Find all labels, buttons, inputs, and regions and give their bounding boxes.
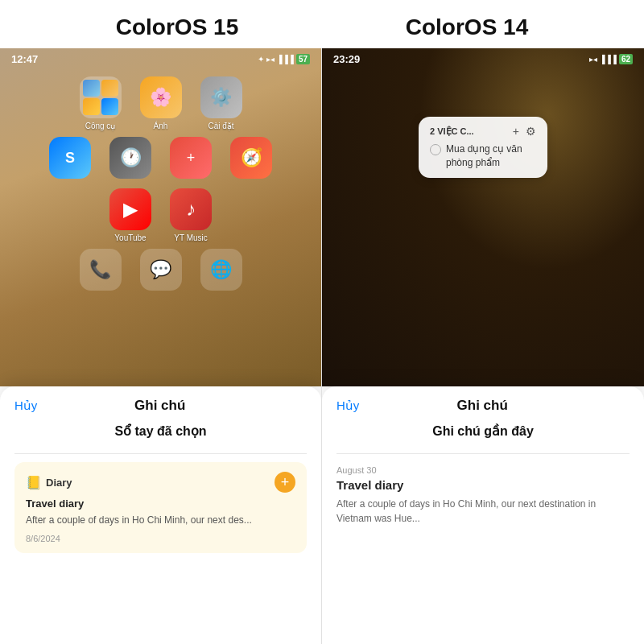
os15-diary-label: 📒 Diary — [26, 475, 72, 490]
wifi-icon: ▸◂ — [266, 55, 275, 64]
app-youtube[interactable]: ▶ YouTube — [105, 188, 157, 242]
os15-title: ColorOS 15 — [32, 14, 322, 40]
app-clock[interactable]: 🕐 — [105, 137, 157, 182]
wifi-icon-14: ▸◂ — [589, 55, 597, 64]
os14-note-date: August 30 — [336, 465, 630, 475]
os14-time: 23:29 — [333, 53, 360, 65]
app-ytmusic[interactable]: ♪ YT Music — [165, 188, 217, 242]
todo-settings-icon[interactable]: ⚙ — [526, 125, 536, 138]
app-shazam-icon: S — [49, 137, 91, 179]
bluetooth-icon: ✦ — [258, 55, 264, 64]
dock-icon-3-img: 🌐 — [200, 249, 242, 291]
dock-icon-2[interactable]: 💬 — [134, 249, 187, 291]
app-anh-label: Ánh — [154, 122, 168, 130]
dock-icon-1-img: 📞 — [80, 249, 122, 291]
os14-sheet-header: Hủy Ghi chú — [336, 398, 630, 414]
os14-panel: 23:29 ▸◂ ▐▐▐ 62 2 VIỆC C... + ⚙ — [322, 48, 644, 644]
todo-widget-title: 2 VIỆC C... — [430, 126, 474, 137]
todo-widget-actions: + ⚙ — [513, 125, 536, 138]
os14-note-card[interactable]: August 30 Travel diary After a couple of… — [336, 462, 630, 529]
app-health[interactable]: + — [165, 137, 217, 182]
folder-cong-cu-label: Công cụ — [85, 122, 116, 130]
app-anh[interactable]: 🌸 Ánh — [134, 76, 187, 130]
os15-note-date: 8/6/2024 — [26, 534, 295, 543]
os14-divider — [336, 453, 630, 454]
os15-sheet-subtitle: Sổ tay đã chọn — [14, 423, 307, 439]
os15-time: 12:47 — [11, 53, 38, 65]
os15-cancel-btn[interactable]: Hủy — [14, 398, 37, 413]
todo-item: Mua dụng cụ văn phòng phẩm — [430, 142, 536, 170]
signal-icon-14: ▐▐▐ — [600, 55, 617, 64]
folder-cong-cu[interactable]: Công cụ — [74, 76, 126, 130]
app-clock-icon: 🕐 — [109, 137, 151, 179]
os14-status-icons: ▸◂ ▐▐▐ 62 — [589, 54, 633, 64]
app-compass-icon: 🧭 — [230, 137, 272, 179]
dock-icon-2-img: 💬 — [140, 249, 182, 291]
diary-icon: 📒 — [26, 475, 42, 490]
os15-panel: 12:47 ✦ ▸◂ ▐▐▐ 57 — [0, 48, 322, 644]
app-youtube-icon: ▶ — [109, 188, 151, 230]
os14-cancel-btn[interactable]: Hủy — [336, 398, 359, 413]
app-shazam[interactable]: S — [44, 137, 97, 182]
app-caidat-icon: ⚙️ — [200, 76, 242, 118]
os15-bottom-sheet: Hủy Ghi chú Sổ tay đã chọn 📒 Diary + Tra… — [0, 386, 321, 644]
os15-status-bar: 12:47 ✦ ▸◂ ▐▐▐ 57 — [0, 48, 321, 68]
todo-checkbox[interactable] — [430, 144, 441, 155]
os15-note-body: After a couple of days in Ho Chi Minh, o… — [26, 513, 295, 527]
os14-note-body: After a couple of days in Ho Chi Minh, o… — [336, 497, 630, 526]
os14-widget-area: 2 VIỆC C... + ⚙ Mua dụng cụ văn phòng ph… — [322, 68, 644, 186]
todo-item-text: Mua dụng cụ văn phòng phẩm — [446, 142, 536, 170]
todo-widget-header: 2 VIỆC C... + ⚙ — [430, 125, 536, 138]
os15-note-card[interactable]: 📒 Diary + Travel diary After a couple of… — [14, 462, 307, 553]
app-anh-icon: 🌸 — [140, 76, 182, 118]
dock-icon-1[interactable]: 📞 — [74, 249, 126, 291]
os15-divider — [14, 453, 307, 454]
os14-note-title: Travel diary — [336, 478, 630, 492]
battery-badge-14: 62 — [619, 54, 633, 64]
app-caidat-label: Cài đặt — [208, 122, 233, 130]
os15-sheet-header: Hủy Ghi chú — [14, 398, 307, 414]
app-ytmusic-icon: ♪ — [170, 188, 212, 230]
app-compass[interactable]: 🧭 — [225, 137, 278, 182]
app-ytmusic-label: YT Music — [174, 233, 208, 242]
os14-bottom-sheet: Hủy Ghi chú Ghi chú gần đây August 30 Tr… — [322, 386, 644, 644]
dock-icon-3[interactable]: 🌐 — [195, 249, 247, 291]
todo-widget[interactable]: 2 VIỆC C... + ⚙ Mua dụng cụ văn phòng ph… — [419, 117, 547, 178]
app-health-icon: + — [170, 137, 212, 179]
app-youtube-label: YouTube — [114, 233, 146, 242]
os14-sheet-subtitle: Ghi chú gần đây — [336, 423, 630, 439]
os14-status-bar: 23:29 ▸◂ ▐▐▐ 62 — [322, 48, 644, 68]
os15-wallpaper: 12:47 ✦ ▸◂ ▐▐▐ 57 — [0, 48, 321, 386]
os15-note-card-header: 📒 Diary + — [26, 472, 295, 493]
todo-add-icon[interactable]: + — [513, 125, 519, 138]
os14-sheet-title: Ghi chú — [457, 398, 508, 414]
os15-sheet-title: Ghi chú — [134, 398, 185, 414]
os15-app-grid: Công cụ 🌸 Ánh ⚙️ Cài đặt — [0, 68, 321, 305]
os15-status-icons: ✦ ▸◂ ▐▐▐ 57 — [258, 54, 310, 64]
os15-add-button[interactable]: + — [275, 472, 295, 493]
app-caidat[interactable]: ⚙️ Cài đặt — [195, 76, 247, 130]
os14-title: ColorOS 14 — [322, 14, 612, 40]
os15-note-title: Travel diary — [26, 497, 295, 510]
battery-badge: 57 — [296, 54, 310, 64]
signal-icon: ▐▐▐ — [277, 55, 294, 64]
os14-wallpaper: 23:29 ▸◂ ▐▐▐ 62 2 VIỆC C... + ⚙ — [322, 48, 644, 386]
